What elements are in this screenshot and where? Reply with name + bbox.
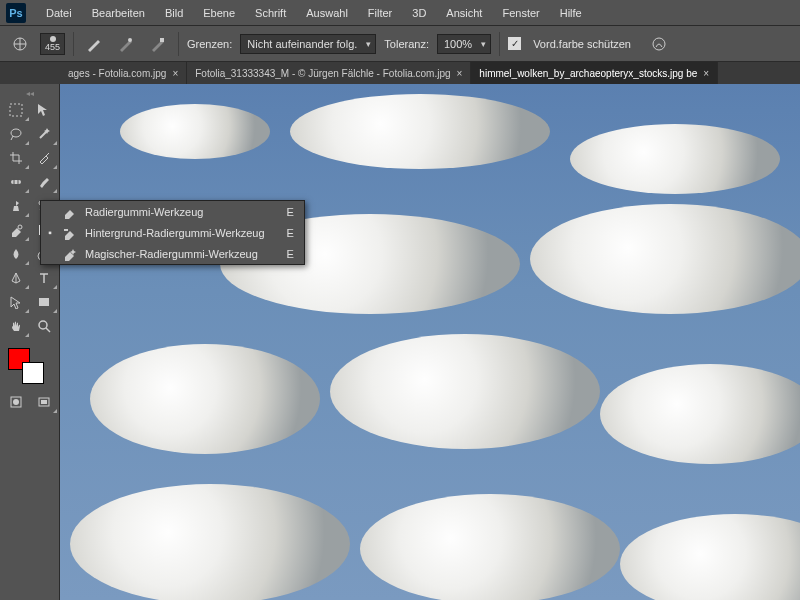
flyout-item-bg-eraser[interactable]: ▪ Hintergrund-Radiergummi-Werkzeug E [41,222,304,243]
canvas[interactable] [60,84,800,600]
marquee-tool[interactable] [2,98,30,122]
flyout-label: Hintergrund-Radiergummi-Werkzeug [85,227,265,239]
sampling-continuous-icon[interactable] [82,32,106,56]
menu-auswahl[interactable]: Auswahl [296,0,358,25]
brush-tool[interactable] [30,170,58,194]
menu-bearbeiten[interactable]: Bearbeiten [82,0,155,25]
toolbox-handle-icon[interactable]: ◂◂ [2,88,57,98]
grenzen-value: Nicht aufeinander folg. [247,38,357,50]
tab-label: Fotolia_31333343_M - © Jürgen Fälchle - … [195,68,450,79]
eraser-tool-flyout: Radiergummi-Werkzeug E ▪ Hintergrund-Rad… [40,200,305,265]
svg-point-10 [18,225,22,229]
flyout-shortcut: E [287,206,294,218]
svg-rect-20 [41,400,47,404]
move-tool[interactable] [30,98,58,122]
svg-rect-14 [39,298,49,306]
magic-eraser-icon [61,247,77,261]
menu-3d[interactable]: 3D [402,0,436,25]
pen-tool[interactable] [2,266,30,290]
flyout-shortcut: E [287,248,294,260]
svg-point-7 [11,129,21,137]
background-swatch[interactable] [22,362,44,384]
menu-fenster[interactable]: Fenster [492,0,549,25]
menu-ebene[interactable]: Ebene [193,0,245,25]
separator [499,32,500,56]
flyout-label: Magischer-Radiergummi-Werkzeug [85,248,265,260]
document-tab[interactable]: Fotolia_31333343_M - © Jürgen Fälchle - … [187,62,471,84]
tool-preset-icon[interactable] [8,32,32,56]
svg-rect-6 [10,104,22,116]
svg-point-15 [39,321,47,329]
flyout-label: Radiergummi-Werkzeug [85,206,265,218]
bg-eraser-icon [61,226,77,240]
menu-ansicht[interactable]: Ansicht [436,0,492,25]
crop-tool[interactable] [2,146,30,170]
tab-label: ages - Fotolia.com.jpg [68,68,166,79]
rectangle-tool[interactable] [30,290,58,314]
screenmode-tool[interactable] [30,390,58,414]
blur-tool[interactable] [2,242,30,266]
grenzen-dropdown[interactable]: Nicht aufeinander folg. [240,34,376,54]
workspace: ◂◂ [0,84,800,600]
toleranz-dropdown[interactable]: 100% [437,34,491,54]
svg-point-3 [128,38,132,42]
sampling-once-icon[interactable] [114,32,138,56]
close-icon[interactable]: × [457,68,463,79]
flyout-item-eraser[interactable]: Radiergummi-Werkzeug E [41,201,304,222]
menu-bar: Ps Datei Bearbeiten Bild Ebene Schrift A… [0,0,800,26]
lasso-tool[interactable] [2,122,30,146]
options-bar: 455 Grenzen: Nicht aufeinander folg. Tol… [0,26,800,62]
brush-size-value: 455 [45,42,60,52]
sampling-swatch-icon[interactable] [146,32,170,56]
type-tool[interactable] [30,266,58,290]
sky-image [60,84,800,600]
close-icon[interactable]: × [172,68,178,79]
grenzen-label: Grenzen: [187,38,232,50]
close-icon[interactable]: × [703,68,709,79]
document-tab-bar: ages - Fotolia.com.jpg × Fotolia_3133334… [0,62,800,84]
hand-tool[interactable] [2,314,30,338]
toolbox: ◂◂ [0,84,60,600]
menu-schrift[interactable]: Schrift [245,0,296,25]
pressure-icon[interactable] [647,32,671,56]
svg-rect-4 [160,38,164,42]
svg-line-16 [46,328,50,332]
color-swatches[interactable] [2,344,57,390]
healing-brush-tool[interactable] [2,170,30,194]
separator [178,32,179,56]
toleranz-value: 100% [444,38,472,50]
clone-stamp-tool[interactable] [2,194,30,218]
flyout-item-magic-eraser[interactable]: Magischer-Radiergummi-Werkzeug E [41,243,304,264]
svg-point-18 [13,399,19,405]
toleranz-label: Toleranz: [384,38,429,50]
protect-fg-checkbox[interactable]: ✓ [508,37,521,50]
eraser-tool[interactable] [2,218,30,242]
magic-wand-tool[interactable] [30,122,58,146]
tab-label: himmel_wolken_by_archaeopteryx_stocks.jp… [479,68,697,79]
menu-bild[interactable]: Bild [155,0,193,25]
menu-filter[interactable]: Filter [358,0,402,25]
svg-rect-8 [11,180,21,184]
menu-datei[interactable]: Datei [36,0,82,25]
separator [73,32,74,56]
eyedropper-tool[interactable] [30,146,58,170]
app-logo: Ps [6,3,26,23]
eraser-icon [61,205,77,219]
protect-fg-label: Vord.farbe schützen [533,38,631,50]
menu-hilfe[interactable]: Hilfe [550,0,592,25]
document-tab[interactable]: ages - Fotolia.com.jpg × [60,62,187,84]
quickmask-tool[interactable] [2,390,30,414]
flyout-shortcut: E [287,227,294,239]
brush-size-picker[interactable]: 455 [40,33,65,55]
document-tab[interactable]: himmel_wolken_by_archaeopteryx_stocks.jp… [471,62,718,84]
selected-dot-icon: ▪ [47,227,53,238]
zoom-tool[interactable] [30,314,58,338]
path-selection-tool[interactable] [2,290,30,314]
